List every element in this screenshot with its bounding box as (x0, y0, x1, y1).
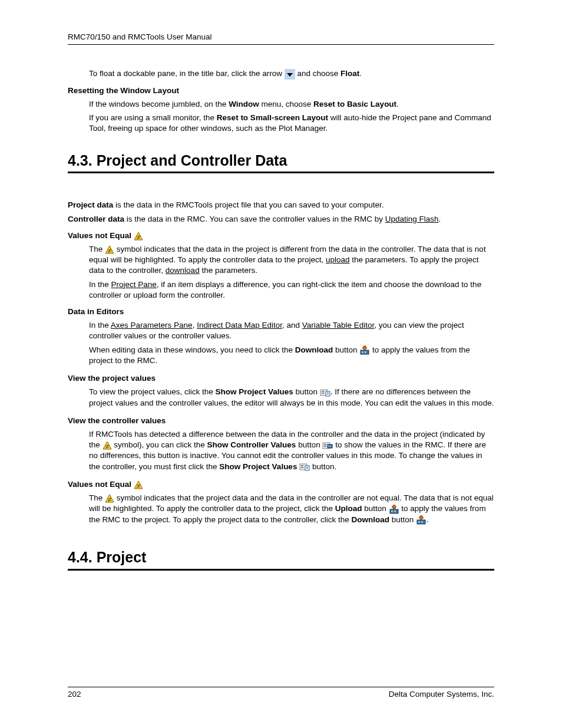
axes-parameters-link[interactable]: Axes Parameters Pane (111, 321, 193, 330)
vpv-para: To view the project values, click the Sh… (89, 387, 494, 408)
page-header: RMC70/150 and RMCTools User Manual (68, 32, 494, 45)
variable-table-link[interactable]: Variable Table Editor (302, 321, 375, 330)
reset-line1: If the windows become jumbled, on the Wi… (89, 99, 494, 110)
float-instruction: To float a dockable pane, in the title b… (89, 68, 494, 79)
values-not-equal-heading: Values not Equal (68, 230, 494, 241)
company-name: Delta Computer Systems, Inc. (389, 689, 494, 700)
page-number: 202 (68, 689, 81, 700)
view-project-values-heading: View the project values (68, 373, 494, 384)
die-para1: In the Axes Parameters Pane, Indirect Da… (89, 320, 494, 341)
data-in-editors-heading: Data in Editors (68, 307, 494, 317)
section-4-3-title: 4.3. Project and Controller Data (68, 151, 494, 174)
vcv-para: If RMCTools has detected a difference be… (89, 429, 494, 472)
section-4-4-title: 4.4. Project (68, 548, 494, 571)
reset-line2: If you are using a small monitor, the Re… (89, 113, 494, 134)
not-equal-icon (105, 245, 114, 254)
download-icon (359, 345, 370, 355)
header-title: RMC70/150 and RMCTools User Manual (68, 32, 212, 41)
not-equal-icon (105, 494, 114, 503)
not-equal-icon (103, 441, 112, 450)
dropdown-arrow-icon (285, 69, 295, 80)
project-data-para: Project data is the data in the RMCTools… (68, 200, 494, 210)
document-page: { "header": { "title": "RMC70/150 and RM… (0, 0, 562, 728)
project-pane-link[interactable]: Project Pane (111, 280, 157, 289)
controller-data-para: Controller data is the data in the RMC. … (68, 214, 494, 225)
vne-para1: The symbol indicates that the data in th… (89, 244, 494, 276)
values-not-equal-heading-2: Values not Equal (68, 479, 494, 490)
die-para2: When editing data in these windows, you … (89, 345, 494, 366)
show-project-values-icon (299, 462, 310, 472)
upload-link[interactable]: upload (326, 255, 350, 264)
show-controller-values-icon (322, 441, 333, 450)
vne-para2: In the Project Pane, if an item displays… (89, 279, 494, 301)
not-equal-icon (134, 480, 143, 489)
indirect-data-map-link[interactable]: Indirect Data Map Editor (197, 321, 282, 330)
page-footer: 202 Delta Computer Systems, Inc. (68, 687, 494, 700)
updating-flash-link[interactable]: Updating Flash (385, 215, 439, 223)
show-project-values-icon (320, 388, 330, 397)
reset-heading: Resetting the Window Layout (68, 85, 494, 96)
view-controller-values-heading: View the controller values (68, 416, 494, 426)
not-equal-icon (134, 232, 143, 241)
upload-icon (389, 505, 399, 514)
download-link[interactable]: download (166, 266, 200, 275)
download-icon (416, 515, 427, 525)
vne2-para: The symbol indicates that the project da… (89, 493, 494, 525)
